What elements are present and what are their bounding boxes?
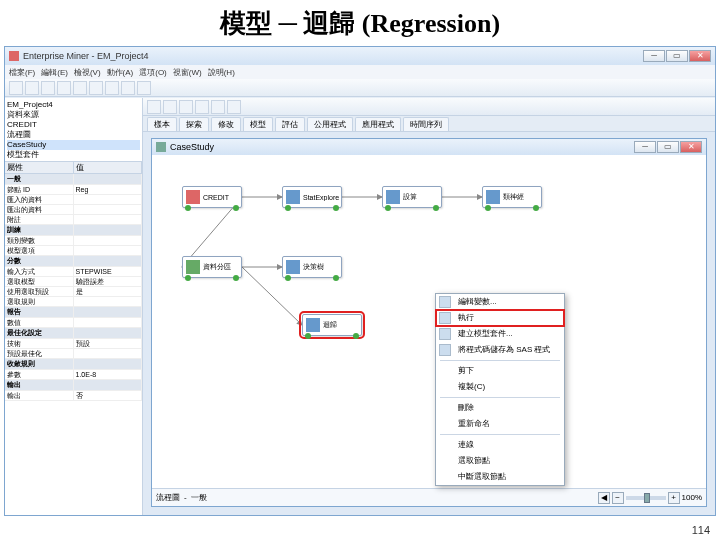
- maximize-button[interactable]: ▭: [666, 50, 688, 62]
- toolbox-tab[interactable]: 時間序列: [403, 117, 449, 131]
- menubar: 檔案(F)編輯(E)檢視(V)動作(A)選項(O)視窗(W)說明(H): [5, 65, 715, 79]
- property-row[interactable]: 類別變數: [5, 236, 142, 246]
- zoom-out-button[interactable]: −: [612, 492, 624, 504]
- property-row[interactable]: 使用選取預設是: [5, 287, 142, 297]
- property-section-header: 最佳化設定: [5, 328, 142, 339]
- diagram-node-nn[interactable]: 類神經: [482, 186, 542, 208]
- tree-item[interactable]: CREDIT: [7, 120, 140, 130]
- toolbox-tab[interactable]: 應用程式: [355, 117, 401, 131]
- menu-item[interactable]: 選項(O): [139, 67, 167, 78]
- property-row[interactable]: 輸出否: [5, 391, 142, 401]
- property-row[interactable]: 模型選項: [5, 246, 142, 256]
- close-button[interactable]: ✕: [680, 141, 702, 153]
- property-row[interactable]: 技術預設: [5, 339, 142, 349]
- zoom-value: 100%: [682, 493, 702, 502]
- context-menu-item[interactable]: 複製(C): [436, 379, 564, 395]
- property-section-header: 報告: [5, 307, 142, 318]
- col-property: 屬性: [5, 162, 74, 173]
- maximize-button[interactable]: ▭: [657, 141, 679, 153]
- arrow-left-icon[interactable]: ◀: [598, 492, 610, 504]
- status-mode: 一般: [191, 492, 207, 503]
- context-menu-item[interactable]: 建立模型套件...: [436, 326, 564, 342]
- property-row[interactable]: 輸入方式STEPWISE: [5, 267, 142, 277]
- toolbar-button[interactable]: [89, 81, 103, 95]
- toolbar-button[interactable]: [195, 100, 209, 114]
- toolbar-button[interactable]: [9, 81, 23, 95]
- tree-item[interactable]: EM_Project4: [7, 100, 140, 110]
- property-row[interactable]: 附註: [5, 215, 142, 225]
- toolbox-tab[interactable]: 評估: [275, 117, 305, 131]
- node-label: 設算: [403, 192, 441, 202]
- menu-item[interactable]: 檔案(F): [9, 67, 35, 78]
- toolbar-button[interactable]: [57, 81, 71, 95]
- zoom-slider[interactable]: [626, 496, 666, 500]
- property-row[interactable]: 選取模型驗證誤差: [5, 277, 142, 287]
- context-menu-item[interactable]: 重新命名: [436, 416, 564, 432]
- property-row[interactable]: 數值: [5, 318, 142, 328]
- minimize-button[interactable]: ─: [643, 50, 665, 62]
- toolbar-button[interactable]: [179, 100, 193, 114]
- menu-item-icon: [439, 328, 451, 340]
- tree-item[interactable]: 資料來源: [7, 110, 140, 120]
- diagram-statusbar: 流程圖 - 一般 ◀ − + 100%: [152, 488, 706, 506]
- diagram-node-credit[interactable]: CREDIT: [182, 186, 242, 208]
- main-toolbar: [5, 79, 715, 97]
- toolbar-button[interactable]: [25, 81, 39, 95]
- context-menu-item[interactable]: 執行: [436, 310, 564, 326]
- toolbar-button[interactable]: [147, 100, 161, 114]
- toolbar-button[interactable]: [211, 100, 225, 114]
- diagram-canvas[interactable]: CREDITStatExplore設算類神經資料分區決策樹迴歸: [152, 156, 706, 486]
- tree-item[interactable]: 模型套件: [7, 150, 140, 160]
- project-tree[interactable]: EM_Project4 資料來源 CREDIT 流程圖 CaseStudy 模型…: [5, 98, 142, 162]
- property-grid[interactable]: 一般節點 IDReg匯入的資料匯出的資料附註訓練類別變數模型選項分數輸入方式ST…: [5, 174, 142, 515]
- context-menu-item[interactable]: 剪下: [436, 363, 564, 379]
- context-menu-item[interactable]: 編輯變數...: [436, 294, 564, 310]
- menu-item[interactable]: 動作(A): [107, 67, 134, 78]
- diagram-node-statexp[interactable]: StatExplore: [282, 186, 342, 208]
- menu-item[interactable]: 編輯(E): [41, 67, 68, 78]
- context-menu-item[interactable]: 選取節點: [436, 453, 564, 469]
- toolbox-tab[interactable]: 探索: [179, 117, 209, 131]
- toolbar-button[interactable]: [105, 81, 119, 95]
- menu-item[interactable]: 視窗(W): [173, 67, 202, 78]
- toolbar-button[interactable]: [121, 81, 135, 95]
- toolbox-tab[interactable]: 樣本: [147, 117, 177, 131]
- close-button[interactable]: ✕: [689, 50, 711, 62]
- toolbar-button[interactable]: [41, 81, 55, 95]
- node-icon: [186, 260, 200, 274]
- node-label: 資料分區: [203, 262, 241, 272]
- minimize-button[interactable]: ─: [634, 141, 656, 153]
- tree-item[interactable]: CaseStudy: [7, 140, 140, 150]
- property-row[interactable]: 選取規則: [5, 297, 142, 307]
- property-row[interactable]: 匯入的資料: [5, 195, 142, 205]
- diagram-subwindow: CaseStudy ─ ▭ ✕ CREDITStatExplore設算類神經資料…: [151, 138, 707, 507]
- context-menu-item[interactable]: 中斷選取節點: [436, 469, 564, 485]
- toolbox-tab[interactable]: 修改: [211, 117, 241, 131]
- toolbar-button[interactable]: [163, 100, 177, 114]
- diagram-node-impute[interactable]: 設算: [382, 186, 442, 208]
- toolbar-button[interactable]: [73, 81, 87, 95]
- menu-separator: [440, 397, 560, 398]
- context-menu-item[interactable]: 將程式碼儲存為 SAS 程式: [436, 342, 564, 358]
- diagram-node-tree[interactable]: 決策樹: [282, 256, 342, 278]
- toolbar-button[interactable]: [227, 100, 241, 114]
- property-row[interactable]: 節點 IDReg: [5, 185, 142, 195]
- menu-item[interactable]: 檢視(V): [74, 67, 101, 78]
- property-row[interactable]: 匯出的資料: [5, 205, 142, 215]
- property-row[interactable]: 預設最佳化: [5, 349, 142, 359]
- node-label: 類神經: [503, 192, 541, 202]
- toolbox-tab[interactable]: 公用程式: [307, 117, 353, 131]
- app-icon: [9, 51, 19, 61]
- menu-item[interactable]: 說明(H): [208, 67, 235, 78]
- zoom-in-button[interactable]: +: [668, 492, 680, 504]
- diagram-node-reg[interactable]: 迴歸: [302, 314, 362, 336]
- diagram-node-datapart[interactable]: 資料分區: [182, 256, 242, 278]
- context-menu-item[interactable]: 連線: [436, 437, 564, 453]
- node-icon: [386, 190, 400, 204]
- property-row[interactable]: 參數1.0E-8: [5, 370, 142, 380]
- toolbar-button[interactable]: [137, 81, 151, 95]
- context-menu-item[interactable]: 刪除: [436, 400, 564, 416]
- tree-item[interactable]: 流程圖: [7, 130, 140, 140]
- toolbox-tab[interactable]: 模型: [243, 117, 273, 131]
- property-section-header: 輸出: [5, 380, 142, 391]
